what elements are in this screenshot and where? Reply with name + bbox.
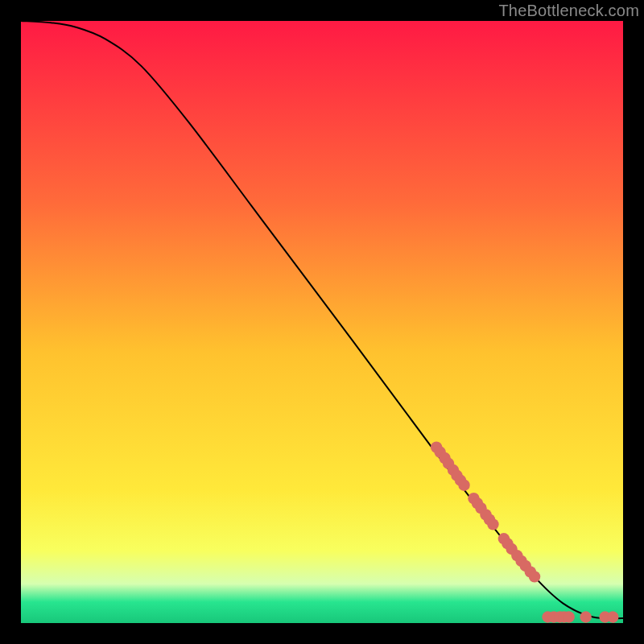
data-marker — [563, 611, 574, 622]
data-marker — [607, 611, 618, 622]
chart-stage: TheBottleneck.com — [0, 0, 644, 644]
plot-area — [21, 21, 623, 623]
scatter-markers — [431, 441, 619, 622]
main-curve — [21, 21, 623, 618]
data-marker — [458, 480, 469, 491]
curve-layer — [21, 21, 623, 623]
data-marker — [580, 611, 591, 622]
data-marker — [487, 518, 498, 530]
data-marker — [529, 571, 540, 582]
attribution-text: TheBottleneck.com — [498, 2, 639, 20]
